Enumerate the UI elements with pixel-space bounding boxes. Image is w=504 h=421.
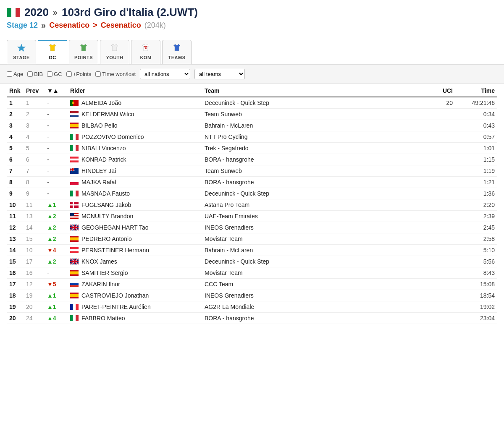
prev-rank-cell: 1 [24,97,45,109]
change-cell: ▲1 [45,199,68,211]
rider-cell: NIBALI Vincenzo [68,143,202,154]
results-table-container: Rnk Prev ▼▲ Rider Team UCI Time 11-ALMEI… [0,84,504,324]
change-cell: - [45,131,68,143]
route-from: Cesenatico [49,21,89,30]
rider-flag-it-icon [70,315,79,321]
time-cell: 19:02 [455,301,497,313]
change-cell: ▲2 [45,256,68,267]
rank-cell: 7 [7,165,24,177]
change-cell: - [45,97,68,109]
change-cell: - [45,120,68,131]
points-label: +Points [73,71,92,77]
rank-cell: 10 [7,199,24,211]
uci-cell [430,109,455,120]
change-cell: - [45,109,68,120]
rider-cell: PERNSTEINER Hermann [68,245,202,256]
prev-rank-cell: 12 [24,279,45,290]
team-cell: UAE-Team Emirates [202,211,430,222]
rider-name: HINDLEY Jai [81,167,116,174]
rider-name: KELDERMAN Wilco [81,111,134,118]
time-cell: 1:36 [455,188,497,199]
rider-name: CASTROVIEJO Jonathan [81,292,149,299]
bib-filter[interactable]: BIB [27,71,43,77]
rider-flag-ru-icon [70,281,79,287]
rank-cell: 4 [7,131,24,143]
time-cell: 2:45 [455,222,497,233]
italy-flag-icon [7,8,20,17]
race-name: 103rd Giro d'Italia (2.UWT) [62,6,198,19]
jersey-youth-icon [110,43,119,52]
tab-teams[interactable]: TEAMS [162,40,192,64]
teams-select[interactable]: all teams [194,69,245,79]
rider-name: PERNSTEINER Hermann [81,247,149,254]
rider-cell: KELDERMAN Wilco [68,109,202,120]
route-to: Cesenatico [101,21,141,30]
table-row: 2024▲4FABBRO MatteoBORA - hansgrohe23:04 [7,313,497,324]
points-tab-icon [79,43,88,54]
change-cell: - [45,188,68,199]
rider-cell: PARET-PEINTRE Aurélien [68,301,202,313]
table-row: 66-KONRAD PatrickBORA - hansgrohe1:15 [7,154,497,165]
time-cell: 2:58 [455,233,497,245]
change-cell: - [45,267,68,279]
gc-filter[interactable]: GC [47,71,62,77]
prev-rank-cell: 3 [24,120,45,131]
results-table: Rnk Prev ▼▲ Rider Team UCI Time 11-ALMEI… [7,84,497,324]
rider-name: FABBRO Matteo [81,315,125,322]
time-cell: 0:43 [455,120,497,131]
rider-flag-es-icon [70,293,79,298]
tab-youth[interactable]: YOUTH [100,40,129,64]
svg-point-50 [146,46,147,47]
jersey-kom-icon [141,43,150,52]
team-cell: Bahrain - McLaren [202,245,430,256]
tab-kom[interactable]: KOM [131,40,160,64]
prev-rank-cell: 4 [24,131,45,143]
rank-cell: 1 [7,97,24,109]
rider-cell: PEDRERO Antonio [68,233,202,245]
rider-cell: BILBAO Pello [68,120,202,131]
age-filter[interactable]: Age [7,71,23,77]
table-row: 44-POZZOVIVO DomenicoNTT Pro Cycling0:57 [7,131,497,143]
points-filter[interactable]: +Points [66,71,92,77]
bib-checkbox[interactable] [27,71,33,77]
tab-gc[interactable]: GC [38,40,67,64]
rider-cell: MAJKA Rafał [68,177,202,188]
rider-name: KNOX James [81,258,117,265]
time-checkbox[interactable] [95,71,101,77]
change-cell: ▲2 [45,211,68,222]
points-checkbox[interactable] [66,71,72,77]
uci-cell [430,290,455,301]
kom-tab-label: KOM [140,55,151,60]
prev-rank-cell: 14 [24,222,45,233]
uci-cell [430,222,455,233]
age-checkbox[interactable] [7,71,12,77]
stage-distance: (204k) [144,21,166,30]
tab-points[interactable]: POINTS [69,40,98,64]
rider-name: MAJKA Rafał [81,179,116,186]
rank-cell: 16 [7,267,24,279]
rider-cell: CASTROVIEJO Jonathan [68,290,202,301]
filters-bar: Age BIB GC +Points Time won/lost all nat… [0,64,504,84]
change-cell: - [45,165,68,177]
gc-checkbox[interactable] [47,71,52,77]
rank-cell: 14 [7,245,24,256]
gc-tab-icon [48,43,57,54]
rider-cell: FABBRO Matteo [68,313,202,324]
nations-select[interactable]: all nations [140,69,190,79]
rider-flag-us-icon [70,213,79,219]
race-year: 2020 [24,6,49,19]
results-rows: 11-ALMEIDA JoãoDeceuninck - Quick Step20… [7,97,497,324]
prev-rank-cell: 10 [24,245,45,256]
time-cell: 5:10 [455,245,497,256]
rider-cell: POZZOVIVO Domenico [68,131,202,143]
team-cell: INEOS Grenadiers [202,290,430,301]
rider-flag-at-icon [70,157,79,162]
time-filter[interactable]: Time won/lost [95,71,136,77]
prev-rank-cell: 11 [24,199,45,211]
uci-cell [430,165,455,177]
table-row: 88-MAJKA RafałBORA - hansgrohe1:21 [7,177,497,188]
tab-stage[interactable]: STAGE [7,40,36,64]
rank-cell: 19 [7,301,24,313]
rider-name: SAMITIER Sergio [81,269,128,276]
rider-cell: MASNADA Fausto [68,188,202,199]
